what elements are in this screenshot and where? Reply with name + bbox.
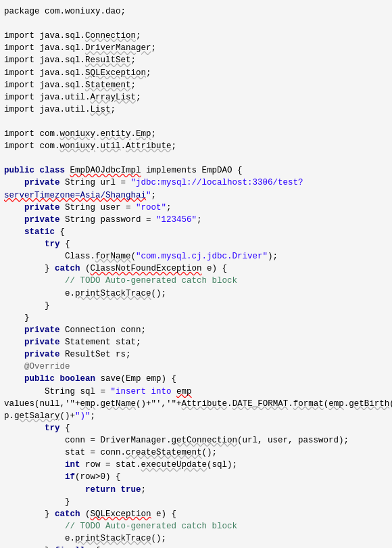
code-line-16: serverTimezone=Asia/Shanghai"; (4, 189, 388, 202)
code-line-38: int row = stat.executeUpdate(sql); (4, 459, 388, 471)
code-line-9: import java.util.List; (4, 104, 388, 116)
code-line-3: import java.sql.Connection; (4, 30, 388, 42)
code-line-34: p.getSalary()+")"; (4, 410, 388, 422)
code-line-31: public boolean save(Emp emp) { (4, 373, 388, 385)
code-line-19: static { (4, 226, 388, 238)
code-line-41: } (4, 496, 388, 508)
code-line-12: import com.woniuxy.util.Attribute; (4, 140, 388, 152)
code-line-18: private String password = "123456"; (4, 214, 388, 226)
code-line-22: } catch (ClassNotFoundException e) { (4, 262, 388, 275)
code-line-7: import java.sql.Statement; (4, 79, 388, 91)
code-line-27: private Connection conn; (4, 324, 388, 336)
code-line-25: } (4, 300, 388, 312)
code-line-15: private String url = "jdbc:mysql://local… (4, 177, 388, 189)
code-line-24: e.printStackTrace(); (4, 288, 388, 300)
code-line-45: } finally { (4, 545, 388, 548)
code-line-14: public class EmpDAOJdbcImpl implements E… (4, 164, 388, 177)
code-line-39: if(row>0) { (4, 471, 388, 483)
code-line-35: try { (4, 422, 388, 434)
code-line-44: e.printStackTrace(); (4, 532, 388, 545)
code-line-21: Class.forName("com.mysql.cj.jdbc.Driver"… (4, 250, 388, 262)
code-line-42: } catch (SQLException e) { (4, 508, 388, 520)
code-line-29: private ResultSet rs; (4, 348, 388, 361)
code-line-32: String sql = "insert into emp (4, 386, 388, 398)
code-line-43: // TODO Auto-generated catch block (4, 520, 388, 532)
code-line-40: return true; (4, 484, 388, 496)
code-line-37: stat = conn.createStatement(); (4, 447, 388, 459)
code-line-20: try { (4, 238, 388, 250)
code-line-13 (4, 152, 388, 164)
code-line-30: @Override (4, 361, 388, 373)
code-line-28: private Statement stat; (4, 336, 388, 348)
code-line-26: } (4, 312, 388, 324)
code-line-17: private String user = "root"; (4, 202, 388, 214)
code-line-8: import java.util.ArrayList; (4, 91, 388, 104)
code-line-4: import java.sql.DriverManager; (4, 42, 388, 54)
code-line-1: package com.woniuxy.dao; (4, 5, 388, 18)
code-line-2 (4, 18, 388, 30)
code-line-10 (4, 116, 388, 128)
code-line-11: import com.woniuxy.entity.Emp; (4, 128, 388, 140)
code-editor: package com.woniuxy.dao; import java.sql… (0, 0, 392, 548)
code-line-23: // TODO Auto-generated catch block (4, 275, 388, 287)
code-line-33: values(null,'"+emp.getName()+"','"+Attri… (4, 398, 388, 410)
code-line-6: import java.sql.SQLException; (4, 67, 388, 79)
code-line-5: import java.sql.ResultSet; (4, 54, 388, 66)
code-line-36: conn = DriverManager.getConnection(url, … (4, 434, 388, 447)
